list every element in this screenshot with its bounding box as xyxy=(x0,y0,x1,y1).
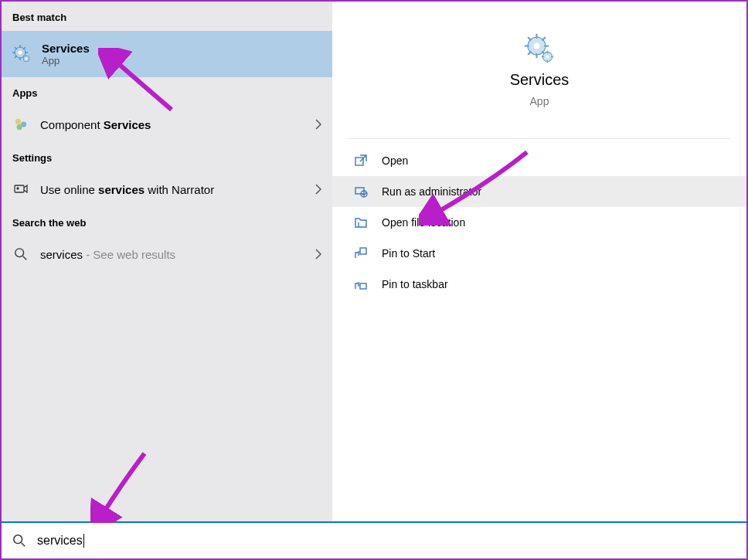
action-label: Open file location xyxy=(382,216,465,229)
search-icon xyxy=(12,534,26,548)
action-label: Pin to Start xyxy=(382,247,435,260)
settings-header: Settings xyxy=(2,142,332,171)
svg-point-20 xyxy=(534,43,540,49)
svg-point-17 xyxy=(15,249,24,257)
pin-taskbar-icon xyxy=(354,277,368,291)
web-item-label: services - See web results xyxy=(40,248,304,261)
best-match-sub: App xyxy=(42,55,90,66)
best-match-header: Best match xyxy=(2,2,332,31)
apps-item-component-services[interactable]: Component Services xyxy=(2,107,332,142)
services-gear-icon xyxy=(12,45,31,63)
action-open-file-location[interactable]: Open file location xyxy=(332,207,746,238)
preview-sub: App xyxy=(530,95,549,107)
svg-line-25 xyxy=(528,37,531,40)
action-open[interactable]: Open xyxy=(332,145,746,176)
best-match-item[interactable]: Services App xyxy=(2,31,332,77)
search-icon xyxy=(12,246,29,263)
divider xyxy=(348,138,731,139)
svg-line-43 xyxy=(22,543,26,547)
action-run-as-administrator[interactable]: Run as administrator xyxy=(332,176,746,207)
admin-icon xyxy=(354,185,368,199)
svg-line-9 xyxy=(23,47,26,49)
services-large-icon xyxy=(523,32,556,65)
chevron-right-icon xyxy=(315,119,321,130)
preview-panel: Services App Open Run as administrator O… xyxy=(332,2,746,521)
action-label: Open xyxy=(382,154,408,167)
best-match-text: Services App xyxy=(42,42,90,66)
svg-point-16 xyxy=(17,188,19,189)
open-icon xyxy=(354,154,368,168)
action-pin-to-start[interactable]: Pin to Start xyxy=(332,238,746,269)
chevron-right-icon xyxy=(315,249,321,260)
apps-item-label: Component Services xyxy=(40,118,304,131)
best-match-title: Services xyxy=(42,42,90,55)
svg-line-27 xyxy=(528,52,531,55)
action-pin-to-taskbar[interactable]: Pin to taskbar xyxy=(332,269,746,300)
svg-point-42 xyxy=(14,535,22,544)
folder-icon xyxy=(354,216,368,229)
svg-line-28 xyxy=(542,37,546,40)
preview-title: Services xyxy=(510,71,570,89)
svg-point-1 xyxy=(19,51,22,55)
results-panel: Best match Services App Apps Component S… xyxy=(2,2,332,521)
pin-start-icon xyxy=(354,246,368,260)
svg-rect-15 xyxy=(15,185,24,192)
svg-rect-41 xyxy=(360,283,366,289)
svg-point-11 xyxy=(26,58,28,60)
svg-point-14 xyxy=(17,124,22,130)
settings-item-label: Use online services with Narrator xyxy=(40,183,304,196)
web-item-services[interactable]: services - See web results xyxy=(2,236,332,272)
svg-point-12 xyxy=(15,119,21,124)
chevron-right-icon xyxy=(315,184,321,195)
action-label: Run as administrator xyxy=(382,185,481,198)
component-services-icon xyxy=(12,116,29,133)
narrator-icon xyxy=(12,181,29,198)
action-label: Pin to taskbar xyxy=(382,278,448,290)
svg-line-18 xyxy=(23,256,27,260)
svg-point-30 xyxy=(546,55,549,58)
search-bar[interactable]: services xyxy=(2,521,746,558)
search-input[interactable]: services xyxy=(37,534,84,548)
svg-line-8 xyxy=(15,56,17,58)
svg-line-6 xyxy=(15,47,17,49)
apps-header: Apps xyxy=(2,77,332,107)
settings-item-narrator[interactable]: Use online services with Narrator xyxy=(2,171,332,207)
preview-header: Services App xyxy=(332,32,746,138)
svg-rect-35 xyxy=(355,158,363,165)
web-header: Search the web xyxy=(2,207,332,236)
svg-rect-40 xyxy=(360,248,366,254)
